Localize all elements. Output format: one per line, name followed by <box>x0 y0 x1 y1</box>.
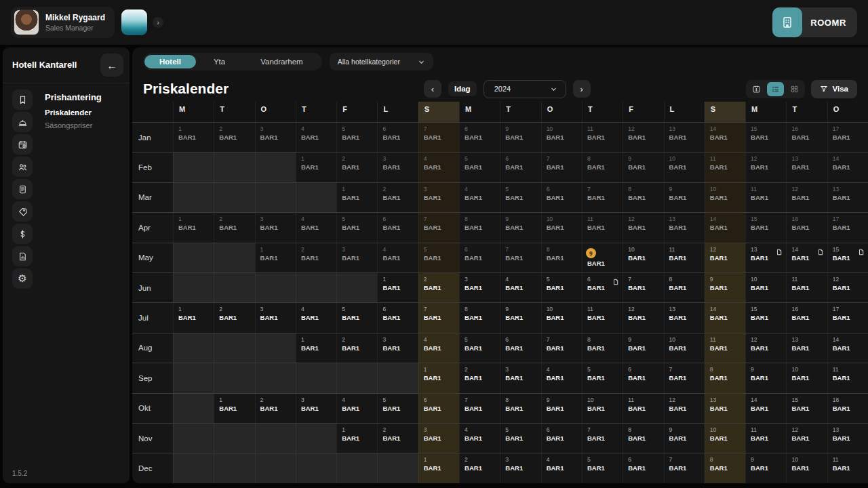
day-cell[interactable]: 2BAR1 <box>214 123 254 152</box>
day-cell[interactable]: 16BAR1 <box>786 303 827 332</box>
day-cell[interactable]: 12BAR1 <box>827 273 868 302</box>
day-cell[interactable]: 10BAR1 <box>786 363 827 392</box>
day-cell[interactable]: 10BAR1 <box>541 303 582 332</box>
day-cell[interactable]: 1BAR1 <box>173 303 214 332</box>
day-cell[interactable]: 11BAR1 <box>582 213 623 242</box>
day-cell[interactable]: 5BAR1 <box>459 152 500 182</box>
sidebar-item-dollar-icon[interactable] <box>12 224 33 244</box>
day-cell[interactable]: 1BAR1 <box>336 424 377 453</box>
day-cell[interactable]: 6BAR1 <box>377 303 418 332</box>
day-cell[interactable]: 2BAR1 <box>214 213 254 242</box>
day-cell[interactable]: 1BAR1 <box>296 333 336 363</box>
day-cell[interactable]: 7BAR1 <box>500 243 540 272</box>
day-cell[interactable]: 6BAR1 <box>623 453 663 483</box>
day-cell[interactable]: 8BAR1 <box>459 123 500 152</box>
day-cell[interactable]: 2BAR1 <box>255 394 296 423</box>
day-cell[interactable]: 17BAR1 <box>827 123 868 152</box>
day-cell[interactable]: 13BAR1 <box>827 183 868 212</box>
tab-yta[interactable]: Yta <box>196 55 243 68</box>
day-cell[interactable]: 8BAR1 <box>541 243 582 272</box>
sidebar-item-report-icon[interactable] <box>12 246 33 266</box>
grid-view-icon[interactable] <box>786 82 803 96</box>
day-cell[interactable]: 12BAR1 <box>664 394 705 423</box>
day-cell[interactable]: 12BAR1 <box>623 213 663 242</box>
day-cell[interactable]: 16BAR1 <box>827 394 868 423</box>
day-cell[interactable]: 3BAR1 <box>500 453 540 483</box>
day-cell[interactable]: 4BAR1 <box>459 183 500 212</box>
day-cell[interactable]: 7BAR1 <box>418 303 459 332</box>
year-dropdown[interactable]: 2024 <box>484 80 566 98</box>
day-cell[interactable]: 13BAR1 <box>827 424 868 453</box>
day-cell[interactable]: 12BAR1 <box>623 123 663 152</box>
day-cell[interactable]: 3BAR1 <box>255 123 296 152</box>
day-cell[interactable]: 5BAR1 <box>582 363 623 392</box>
day-cell[interactable]: 13BAR1 <box>745 243 786 272</box>
day-cell[interactable]: 7BAR1 <box>582 183 623 212</box>
day-cell[interactable]: 9BAR1 <box>582 243 623 272</box>
day-cell[interactable]: 4BAR1 <box>296 213 336 242</box>
day-cell[interactable]: 11BAR1 <box>827 363 868 392</box>
day-cell[interactable]: 16BAR1 <box>786 123 827 152</box>
day-cell[interactable]: 7BAR1 <box>664 363 705 392</box>
day-cell[interactable]: 4BAR1 <box>296 303 336 332</box>
day-cell[interactable]: 3BAR1 <box>418 183 459 212</box>
day-cell[interactable]: 13BAR1 <box>786 333 827 363</box>
day-cell[interactable]: 5BAR1 <box>336 213 377 242</box>
day-cell[interactable]: 6BAR1 <box>459 243 500 272</box>
day-cell[interactable]: 14BAR1 <box>827 333 868 363</box>
day-cell[interactable]: 9BAR1 <box>745 363 786 392</box>
day-cell[interactable]: 5BAR1 <box>541 273 582 302</box>
hotel-category-dropdown[interactable]: Alla hotellkategorier <box>330 53 433 70</box>
day-cell[interactable]: 5BAR1 <box>336 303 377 332</box>
day-cell[interactable]: 14BAR1 <box>705 123 745 152</box>
day-cell[interactable]: 8BAR1 <box>582 152 623 182</box>
day-cell[interactable]: 7BAR1 <box>541 333 582 363</box>
day-cell[interactable]: 4BAR1 <box>541 453 582 483</box>
sidebar-item-service-bell-icon[interactable] <box>12 112 33 132</box>
day-cell[interactable]: 9BAR1 <box>500 123 540 152</box>
day-cell[interactable]: 9BAR1 <box>500 213 540 242</box>
day-cell[interactable]: 2BAR1 <box>336 333 377 363</box>
day-cell[interactable]: 6BAR1 <box>500 152 540 182</box>
day-cell[interactable]: 8BAR1 <box>582 333 623 363</box>
day-cell[interactable]: 5BAR1 <box>336 123 377 152</box>
calendar-list-view-icon[interactable] <box>767 82 784 96</box>
day-cell[interactable]: 13BAR1 <box>664 303 705 332</box>
day-cell[interactable]: 17BAR1 <box>827 303 868 332</box>
day-cell[interactable]: 4BAR1 <box>377 243 418 272</box>
day-cell[interactable]: 9BAR1 <box>664 424 705 453</box>
day-cell[interactable]: 14BAR1 <box>786 243 827 272</box>
day-cell[interactable]: 13BAR1 <box>786 152 827 182</box>
sidebar-item-price-tag-icon[interactable] <box>12 201 33 222</box>
day-cell[interactable]: 11BAR1 <box>623 394 663 423</box>
tab-hotell[interactable]: Hotell <box>144 55 196 68</box>
day-cell[interactable]: 5BAR1 <box>418 243 459 272</box>
day-cell[interactable]: 12BAR1 <box>745 152 786 182</box>
day-cell[interactable]: 5BAR1 <box>500 424 540 453</box>
day-cell[interactable]: 4BAR1 <box>459 424 500 453</box>
day-cell[interactable]: 11BAR1 <box>664 243 705 272</box>
day-cell[interactable]: 4BAR1 <box>336 394 377 423</box>
day-cell[interactable]: 3BAR1 <box>418 424 459 453</box>
nav-item-priskalender[interactable]: Priskalender <box>45 108 102 117</box>
prev-year-button[interactable]: ‹ <box>424 80 441 98</box>
day-cell[interactable]: 6BAR1 <box>541 424 582 453</box>
day-cell[interactable]: 8BAR1 <box>664 273 705 302</box>
day-cell[interactable]: 7BAR1 <box>541 152 582 182</box>
day-cell[interactable]: 14BAR1 <box>705 213 745 242</box>
day-cell[interactable]: 10BAR1 <box>705 183 745 212</box>
day-cell[interactable]: 1BAR1 <box>296 152 336 182</box>
day-cell[interactable]: 8BAR1 <box>459 303 500 332</box>
sidebar-item-calendar-clock-icon[interactable] <box>12 134 33 155</box>
day-cell[interactable]: 11BAR1 <box>827 453 868 483</box>
day-cell[interactable]: 11BAR1 <box>705 333 745 363</box>
day-cell[interactable]: 15BAR1 <box>745 123 786 152</box>
day-cell[interactable]: 1BAR1 <box>418 453 459 483</box>
day-cell[interactable]: 8BAR1 <box>705 363 745 392</box>
day-cell[interactable]: 14BAR1 <box>827 152 868 182</box>
day-cell[interactable]: 10BAR1 <box>786 453 827 483</box>
day-cell[interactable]: 11BAR1 <box>745 424 786 453</box>
day-cell[interactable]: 7BAR1 <box>418 123 459 152</box>
day-cell[interactable]: 9BAR1 <box>623 333 663 363</box>
day-cell[interactable]: 15BAR1 <box>786 394 827 423</box>
